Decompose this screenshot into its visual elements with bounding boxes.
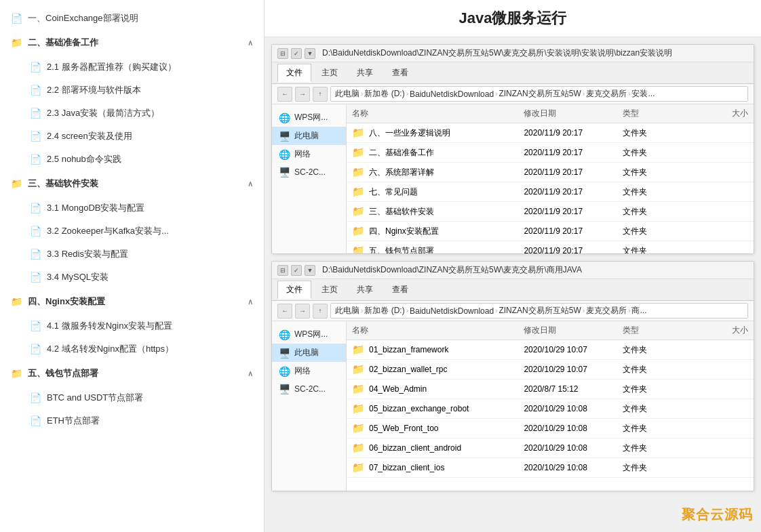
sidebar-item-item-4-1[interactable]: 📄 4.1 微服务转发Nginx安装与配置 bbox=[0, 314, 264, 337]
column-header-类型[interactable]: 类型 bbox=[617, 323, 692, 337]
back-btn-2[interactable]: ← bbox=[277, 304, 292, 319]
table-row[interactable]: 📁 07_bizzan_client_ios 2020/10/29 10:08 … bbox=[347, 458, 754, 478]
doc-icon: 📄 bbox=[30, 321, 41, 331]
nav-pane-item-SC-2C...[interactable]: 🖥️ SC-2C... bbox=[272, 380, 346, 398]
column-header-名称[interactable]: 名称 bbox=[347, 106, 518, 121]
table-row[interactable]: 📁 四、Nginx安装配置 2020/11/9 20:17 文件夹 bbox=[347, 222, 754, 241]
sidebar-item-item-2-2[interactable]: 📄 2.2 部署环境与软件版本 bbox=[0, 79, 264, 102]
sidebar-item-item-2-4[interactable]: 📄 2.4 screen安装及使用 bbox=[0, 125, 264, 148]
nav-pane-item-此电脑[interactable]: 🖥️ 此电脑 bbox=[272, 127, 346, 145]
file-type: 文件夹 bbox=[617, 461, 692, 475]
column-header-修改日期[interactable]: 修改日期 bbox=[518, 323, 617, 337]
sidebar-item-label: 2.1 服务器配置推荐（购买建议） bbox=[47, 61, 176, 73]
file-type: 文件夹 bbox=[617, 126, 692, 140]
sidebar-item-item-5-1[interactable]: 📄 BTC and USDT节点部署 bbox=[0, 386, 264, 409]
sidebar-item-section-2[interactable]: 📁 二、基础准备工作 ∧ bbox=[0, 30, 264, 56]
tb-icon-6[interactable]: ▼ bbox=[305, 265, 315, 276]
nav-pane-item-WPS网...[interactable]: 🌐 WPS网... bbox=[272, 108, 346, 127]
file-name: 📁 01_bizzan_framework bbox=[347, 342, 518, 357]
sidebar-item-item-1[interactable]: 📄 一、CoinExchange部署说明 bbox=[0, 7, 264, 30]
sidebar-item-item-2-5[interactable]: 📄 2.5 nohub命令实践 bbox=[0, 148, 264, 171]
breadcrumb-item[interactable]: 安装... bbox=[631, 88, 655, 100]
breadcrumb-item[interactable]: 此电脑 bbox=[335, 305, 359, 316]
breadcrumb-item[interactable]: 商... bbox=[631, 305, 646, 316]
sidebar-item-item-5-2[interactable]: 📄 ETH节点部署 bbox=[0, 409, 264, 432]
sidebar-item-item-4-2[interactable]: 📄 4.2 域名转发Nginx配置（https） bbox=[0, 337, 264, 361]
sidebar-item-section-4[interactable]: 📁 四、Nginx安装配置 ∧ bbox=[0, 289, 264, 314]
breadcrumb-2[interactable]: 此电脑›新加卷 (D:)›BaiduNetdiskDownload›ZINZAN… bbox=[330, 303, 748, 319]
tb-icon-5[interactable]: ✓ bbox=[291, 265, 302, 276]
forward-btn-2[interactable]: → bbox=[295, 304, 310, 319]
file-size bbox=[691, 466, 754, 469]
doc-icon: 📄 bbox=[11, 13, 22, 24]
table-row[interactable]: 📁 01_bizzan_framework 2020/10/29 10:07 文… bbox=[347, 340, 754, 360]
doc-icon: 📄 bbox=[30, 272, 41, 283]
breadcrumb-item[interactable]: ZINZAN交易所互站5W bbox=[499, 305, 581, 316]
table-row[interactable]: 📁 04_Web_Admin 2020/8/7 15:12 文件夹 bbox=[347, 380, 754, 399]
column-header-大小[interactable]: 大小 bbox=[691, 323, 754, 337]
breadcrumb-item[interactable]: BaiduNetdiskDownload bbox=[410, 89, 494, 99]
ribbon-tab-共享[interactable]: 共享 bbox=[348, 281, 382, 299]
breadcrumb-item[interactable]: 此电脑 bbox=[335, 88, 359, 100]
table-row[interactable]: 📁 06_bizzan_client_android 2020/10/29 10… bbox=[347, 438, 754, 458]
file-size bbox=[691, 368, 754, 371]
chevron-icon: ∧ bbox=[248, 39, 253, 47]
table-row[interactable]: 📁 五、钱包节点部署 2020/11/9 20:17 文件夹 bbox=[347, 241, 754, 253]
sidebar-item-item-3-4[interactable]: 📄 3.4 MySQL安装 bbox=[0, 266, 264, 289]
sidebar-item-section-3[interactable]: 📁 三、基础软件安装 ∧ bbox=[0, 171, 264, 197]
table-row[interactable]: 📁 六、系统部署详解 2020/11/9 20:17 文件夹 bbox=[347, 163, 754, 182]
sidebar-item-item-3-3[interactable]: 📄 3.3 Redis安装与配置 bbox=[0, 243, 264, 266]
breadcrumb-item[interactable]: 新加卷 (D:) bbox=[364, 88, 404, 100]
table-row[interactable]: 📁 二、基础准备工作 2020/11/9 20:17 文件夹 bbox=[347, 143, 754, 163]
table-row[interactable]: 📁 05_bizzan_exchange_robot 2020/10/29 10… bbox=[347, 399, 754, 419]
ribbon-tab-共享[interactable]: 共享 bbox=[348, 64, 382, 82]
column-header-修改日期[interactable]: 修改日期 bbox=[518, 106, 617, 121]
nav-icon: 🌐 bbox=[279, 366, 290, 377]
ribbon-tab-文件[interactable]: 文件 bbox=[277, 281, 311, 299]
file-date: 2020/11/9 20:17 bbox=[518, 205, 617, 218]
column-header-类型[interactable]: 类型 bbox=[617, 106, 692, 121]
table-row[interactable]: 📁 02_bizzan_wallet_rpc 2020/10/29 10:07 … bbox=[347, 360, 754, 380]
tb-icon-4[interactable]: ⊟ bbox=[277, 265, 288, 276]
sidebar-item-item-2-3[interactable]: 📄 2.3 Java安装（最简洁方式） bbox=[0, 102, 264, 125]
tb-icon-1[interactable]: ⊟ bbox=[277, 48, 288, 59]
table-row[interactable]: 📁 三、基础软件安装 2020/11/9 20:17 文件夹 bbox=[347, 202, 754, 222]
breadcrumb-separator: › bbox=[361, 307, 363, 314]
up-btn-2[interactable]: ↑ bbox=[313, 304, 328, 319]
column-header-大小[interactable]: 大小 bbox=[691, 106, 754, 121]
nav-pane-item-网络[interactable]: 🌐 网络 bbox=[272, 145, 346, 163]
sidebar-item-label: 4.2 域名转发Nginx配置（https） bbox=[47, 343, 174, 355]
file-list-2: 名称修改日期类型大小 📁 01_bizzan_framework 2020/10… bbox=[347, 321, 754, 491]
breadcrumb-1[interactable]: 此电脑›新加卷 (D:)›BaiduNetdiskDownload›ZINZAN… bbox=[330, 86, 748, 102]
table-row[interactable]: 📁 05_Web_Front_too 2020/10/29 10:08 文件夹 bbox=[347, 419, 754, 438]
sidebar-item-item-3-1[interactable]: 📄 3.1 MongoDB安装与配置 bbox=[0, 197, 264, 220]
breadcrumb-item[interactable]: 麦克交易所 bbox=[586, 305, 627, 316]
up-btn-1[interactable]: ↑ bbox=[313, 87, 328, 102]
breadcrumb-item[interactable]: BaiduNetdiskDownload bbox=[410, 306, 494, 316]
nav-pane-item-WPS网...[interactable]: 🌐 WPS网... bbox=[272, 325, 346, 344]
file-size bbox=[691, 171, 754, 173]
tb-icon-2[interactable]: ✓ bbox=[291, 48, 302, 59]
column-header-名称[interactable]: 名称 bbox=[347, 323, 518, 337]
forward-btn-1[interactable]: → bbox=[295, 87, 310, 102]
ribbon-tab-查看[interactable]: 查看 bbox=[383, 281, 417, 299]
tb-icon-3[interactable]: ▼ bbox=[305, 48, 315, 59]
nav-pane-item-此电脑[interactable]: 🖥️ 此电脑 bbox=[272, 344, 346, 362]
ribbon-tab-主页[interactable]: 主页 bbox=[313, 281, 347, 299]
ribbon-tab-主页[interactable]: 主页 bbox=[313, 64, 347, 82]
sidebar-item-item-3-2[interactable]: 📄 3.2 Zookeeper与Kafka安装与... bbox=[0, 220, 264, 243]
table-row[interactable]: 📁 七、常见问题 2020/11/9 20:17 文件夹 bbox=[347, 182, 754, 202]
file-type: 文件夹 bbox=[617, 441, 692, 455]
breadcrumb-item[interactable]: ZINZAN交易所互站5W bbox=[499, 88, 581, 100]
sidebar-item-section-5[interactable]: 📁 五、钱包节点部署 ∧ bbox=[0, 361, 264, 386]
breadcrumb-item[interactable]: 麦克交易所 bbox=[586, 88, 627, 100]
back-btn-1[interactable]: ← bbox=[277, 87, 292, 102]
nav-pane-item-网络[interactable]: 🌐 网络 bbox=[272, 362, 346, 380]
table-row[interactable]: 📁 八、一些业务逻辑说明 2020/11/9 20:17 文件夹 bbox=[347, 123, 754, 143]
sidebar-item-item-2-1[interactable]: 📄 2.1 服务器配置推荐（购买建议） bbox=[0, 56, 264, 79]
file-name: 📁 07_bizzan_client_ios bbox=[347, 460, 518, 475]
breadcrumb-item[interactable]: 新加卷 (D:) bbox=[364, 305, 404, 316]
ribbon-tab-查看[interactable]: 查看 bbox=[383, 64, 417, 82]
nav-pane-item-SC-2C...[interactable]: 🖥️ SC-2C... bbox=[272, 163, 346, 181]
ribbon-tab-文件[interactable]: 文件 bbox=[277, 64, 311, 82]
